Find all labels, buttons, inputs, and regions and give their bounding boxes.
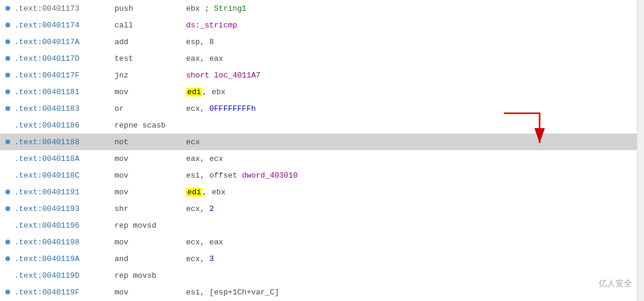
operand-part: ecx, — [186, 104, 209, 113]
mnemonic-label: jnz — [109, 71, 180, 80]
mnemonic-label: not — [109, 138, 180, 147]
address-label: .text:00401183 — [13, 104, 109, 113]
address-label: .text:0040118C — [13, 171, 109, 180]
operands-label: ecx, 0FFFFFFFFh — [180, 104, 644, 113]
operand-part: esi, offset — [186, 171, 242, 180]
operands-label: esp, 8 — [180, 38, 644, 46]
mnemonic-label: mov — [109, 188, 180, 197]
breakpoint-dot — [2, 240, 13, 244]
highlighted-register: edi — [186, 88, 202, 97]
breakpoint-dot — [2, 73, 13, 77]
dot-icon — [5, 6, 10, 11]
dot-icon — [5, 139, 10, 144]
dot-icon — [5, 39, 10, 44]
operands-label: edi, ebx — [180, 88, 644, 97]
operands-label: ds:_stricmp — [180, 21, 644, 30]
table-row: .text:00401181movedi, ebx — [0, 83, 644, 100]
breakpoint-dot — [2, 290, 13, 294]
address-label: .text:00401191 — [13, 188, 109, 197]
mnemonic-label: add — [109, 38, 180, 46]
highlighted-register: edi — [186, 188, 202, 197]
operand-part: 3 — [209, 255, 214, 263]
scrollbar[interactable] — [637, 0, 644, 301]
breakpoint-dot — [2, 89, 13, 94]
mnemonic-label: repne scasb — [109, 121, 180, 130]
operand-part: esi, [esp+1Ch+var_C] — [186, 288, 279, 297]
dot-icon — [5, 240, 10, 244]
mnemonic-label: and — [109, 255, 180, 263]
operands-label: edi, ebx — [180, 188, 644, 197]
breakpoint-dot — [2, 106, 13, 111]
dot-icon — [5, 73, 10, 77]
address-label: .text:0040117D — [13, 54, 109, 63]
breakpoint-dot — [2, 23, 13, 27]
breakpoint-dot — [2, 6, 13, 11]
dot-icon — [5, 23, 10, 27]
address-label: .text:00401173 — [13, 4, 109, 13]
table-row: .text:00401173pushebx ; String1 — [0, 0, 644, 17]
table-row: .text:0040118Cmovesi, offset dword_40301… — [0, 167, 644, 184]
operands-label: ecx, 2 — [180, 204, 644, 213]
address-label: .text:00401196 — [13, 221, 109, 230]
operands-label: short loc_4011A7 — [180, 71, 644, 80]
red-arrow-icon — [498, 110, 552, 152]
table-row: .text:00401193shrecx, 2 — [0, 200, 644, 217]
dot-icon — [5, 206, 10, 211]
breakpoint-dot — [2, 39, 13, 44]
table-row: .text:0040117Fjnzshort loc_4011A7 — [0, 67, 644, 83]
operand-part: 2 — [209, 204, 214, 213]
address-label: .text:0040118A — [13, 154, 109, 163]
operands-label: esi, offset dword_403010 — [180, 171, 644, 180]
operands-label: ecx, 3 — [180, 255, 644, 263]
dot-icon — [5, 106, 10, 111]
mnemonic-label: shr — [109, 204, 180, 213]
address-label: .text:00401174 — [13, 21, 109, 30]
comment-label: ; String1 — [200, 4, 246, 13]
address-label: .text:00401181 — [13, 88, 109, 97]
operands-label: eax, eax — [180, 54, 644, 63]
operand-part: 0FFFFFFFFh — [209, 104, 256, 113]
operand-part: , ebx — [202, 188, 225, 197]
table-row: .text:0040117Dtesteax, eax — [0, 50, 644, 67]
dot-icon — [5, 89, 10, 94]
table-row: .text:0040118Amoveax, ecx — [0, 150, 644, 167]
table-row: .text:00401191movedi, ebx — [0, 184, 644, 200]
mnemonic-label: call — [109, 21, 180, 30]
mnemonic-label: mov — [109, 288, 180, 297]
table-row: .text:0040119Fmovesi, [esp+1Ch+var_C] — [0, 284, 644, 300]
mnemonic-label: mov — [109, 171, 180, 180]
mnemonic-label: mov — [109, 238, 180, 247]
operand-part: dword_403010 — [242, 171, 298, 180]
dot-icon — [5, 190, 10, 194]
operands-label: ecx — [180, 138, 644, 147]
address-label: .text:0040119A — [13, 255, 109, 263]
breakpoint-dot — [2, 139, 13, 144]
address-label: .text:0040117F — [13, 71, 109, 80]
breakpoint-dot — [2, 56, 13, 61]
operand-part: , ebx — [202, 88, 225, 97]
operand-part: ecx, — [186, 255, 209, 263]
mnemonic-label: or — [109, 104, 180, 113]
table-row: .text:0040119Aandecx, 3 — [0, 250, 644, 267]
operands-label: ebx ; String1 — [180, 4, 644, 13]
operand-part: ecx — [186, 138, 200, 147]
breakpoint-dot — [2, 256, 13, 261]
mnemonic-label: rep movsd — [109, 221, 180, 230]
operands-label: eax, ecx — [180, 154, 644, 163]
watermark: 亿人安全 — [599, 278, 632, 289]
table-row: .text:00401174callds:_stricmp — [0, 17, 644, 33]
table-row: .text:0040119Drep movsb — [0, 267, 644, 284]
address-label: .text:0040117A — [13, 38, 109, 46]
address-label: .text:00401186 — [13, 121, 109, 130]
operand-part: ds:_stricmp — [186, 21, 237, 30]
operands-label: esi, [esp+1Ch+var_C] — [180, 288, 644, 297]
code-container: .text:00401173pushebx ; String1.text:004… — [0, 0, 644, 301]
mnemonic-label: test — [109, 54, 180, 63]
breakpoint-dot — [2, 190, 13, 194]
operands-label: ecx, eax — [180, 238, 644, 247]
dot-icon — [5, 290, 10, 294]
operand-part: ecx, — [186, 204, 209, 213]
dot-icon — [5, 56, 10, 61]
table-row: .text:00401198movecx, eax — [0, 234, 644, 250]
address-label: .text:00401188 — [13, 138, 109, 147]
